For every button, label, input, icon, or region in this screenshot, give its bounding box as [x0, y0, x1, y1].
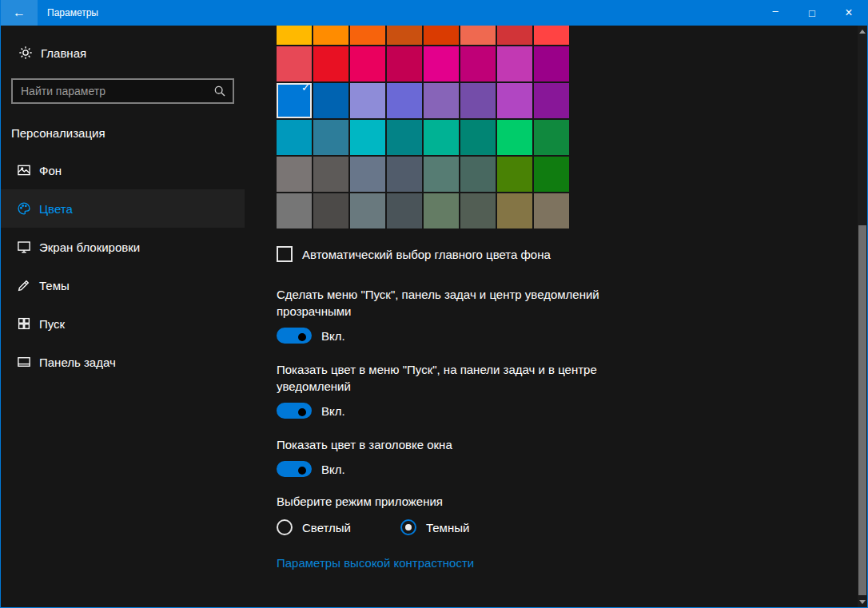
color-swatch[interactable]: [534, 26, 569, 45]
show-color-toggle-row: Вкл.: [277, 403, 858, 419]
toggle-state-label: Вкл.: [321, 329, 345, 343]
close-button[interactable]: ×: [830, 0, 867, 26]
gear-icon: [18, 46, 33, 60]
transparency-toggle[interactable]: [277, 328, 312, 344]
color-swatch[interactable]: [460, 46, 496, 81]
sidebar-item-themes[interactable]: Темы: [1, 266, 245, 304]
color-swatch[interactable]: [460, 26, 496, 45]
color-swatch[interactable]: [460, 157, 496, 192]
minimize-button[interactable]: –: [757, 0, 794, 26]
auto-color-checkbox[interactable]: [277, 246, 293, 262]
minimize-icon: –: [772, 5, 778, 17]
color-swatch[interactable]: [277, 46, 312, 81]
sidebar-item-home[interactable]: Главная: [1, 37, 245, 69]
toggle-state-label: Вкл.: [321, 404, 345, 418]
sidebar-item-background[interactable]: Фон: [1, 151, 245, 189]
show-color-setting-label: Показать цвет в меню "Пуск", на панели з…: [277, 361, 612, 395]
color-swatch[interactable]: [534, 120, 569, 155]
sidebar-item-label: Пуск: [39, 317, 65, 331]
color-swatch[interactable]: [424, 46, 459, 81]
color-swatch[interactable]: [424, 193, 459, 228]
close-icon: ×: [845, 6, 852, 20]
sidebar-item-taskbar[interactable]: Панель задач: [1, 343, 245, 381]
color-swatch[interactable]: [460, 193, 496, 228]
color-swatch[interactable]: [313, 46, 348, 81]
auto-color-row[interactable]: Автоматический выбор главного цвета фона: [277, 246, 858, 262]
color-swatch[interactable]: [497, 193, 532, 228]
color-swatch[interactable]: [497, 83, 532, 118]
color-swatch[interactable]: [313, 157, 348, 192]
color-swatch[interactable]: [350, 46, 385, 81]
color-swatch[interactable]: [313, 193, 348, 228]
color-swatch[interactable]: [313, 83, 348, 118]
color-swatch[interactable]: [350, 120, 385, 155]
color-swatch[interactable]: [497, 157, 532, 192]
color-grid: ✓: [277, 26, 569, 228]
settings-window: ← Параметры – □ × Главная Персонализация: [0, 0, 868, 608]
app-mode-title: Выберите режим приложения: [277, 495, 858, 508]
color-swatch[interactable]: [387, 26, 422, 45]
search-input[interactable]: [21, 85, 213, 97]
sidebar-item-label: Темы: [39, 279, 70, 292]
color-swatch[interactable]: [350, 26, 385, 45]
color-swatch[interactable]: [313, 120, 348, 155]
color-swatch[interactable]: [534, 46, 569, 81]
titlebar-color-toggle[interactable]: [277, 461, 312, 477]
color-swatch[interactable]: [387, 83, 422, 118]
color-swatch[interactable]: [424, 157, 459, 192]
back-arrow-icon: ←: [13, 6, 26, 20]
color-swatch[interactable]: [277, 120, 312, 155]
color-swatch[interactable]: [460, 83, 496, 118]
color-swatch[interactable]: [387, 120, 422, 155]
sidebar-item-label: Цвета: [39, 202, 73, 216]
radio-option-dark[interactable]: Темный: [400, 519, 469, 535]
color-swatch[interactable]: [387, 46, 422, 81]
radio-icon: [400, 519, 416, 535]
scroll-down-icon[interactable]: [858, 596, 867, 607]
search-box[interactable]: [11, 78, 234, 104]
color-swatch[interactable]: [424, 120, 459, 155]
scrollbar[interactable]: [858, 26, 867, 607]
color-swatch[interactable]: [350, 157, 385, 192]
color-swatch[interactable]: [313, 26, 348, 45]
color-swatch[interactable]: [497, 46, 532, 81]
sidebar-item-label: Фон: [39, 164, 62, 177]
radio-option-light[interactable]: Светлый: [277, 519, 351, 535]
sidebar-item-lock-screen[interactable]: Экран блокировки: [1, 228, 245, 266]
radio-icon: [277, 519, 293, 535]
color-swatch[interactable]: [350, 193, 385, 228]
scrollbar-thumb[interactable]: [858, 225, 866, 595]
back-button[interactable]: ←: [1, 0, 38, 26]
color-swatch[interactable]: [277, 157, 312, 192]
window-controls: – □ ×: [757, 0, 867, 26]
high-contrast-link[interactable]: Параметры высокой контрастности: [277, 556, 474, 570]
color-swatch[interactable]: [424, 26, 459, 45]
color-swatch[interactable]: [534, 83, 569, 118]
color-swatch[interactable]: [350, 83, 385, 118]
lock-screen-icon: [17, 240, 31, 254]
color-swatch[interactable]: [534, 193, 569, 228]
titlebar-color-toggle-row: Вкл.: [277, 461, 858, 477]
color-swatch[interactable]: [277, 193, 312, 228]
color-swatch[interactable]: [497, 120, 532, 155]
color-swatch-selected[interactable]: ✓: [277, 83, 312, 118]
show-color-toggle[interactable]: [277, 403, 312, 419]
color-swatch[interactable]: [424, 83, 459, 118]
sidebar-item-label: Панель задач: [39, 356, 116, 369]
transparency-setting-label: Сделать меню "Пуск", панель задач и цент…: [277, 286, 612, 320]
sidebar-item-colors[interactable]: Цвета: [1, 189, 245, 228]
color-swatch[interactable]: [387, 193, 422, 228]
color-swatch[interactable]: [534, 157, 569, 192]
color-swatch[interactable]: [387, 157, 422, 192]
sidebar-section-title: Персонализация: [11, 126, 245, 140]
color-swatch[interactable]: [277, 26, 312, 45]
scroll-up-icon[interactable]: [858, 26, 867, 37]
maximize-button[interactable]: □: [794, 0, 830, 26]
color-swatch[interactable]: [497, 26, 532, 45]
background-icon: [17, 163, 31, 177]
sidebar-item-start[interactable]: Пуск: [1, 304, 245, 343]
app-mode-options: Светлый Темный: [277, 519, 858, 535]
search-icon[interactable]: [213, 85, 226, 97]
toggle-knob: [298, 408, 306, 416]
color-swatch[interactable]: [460, 120, 496, 155]
